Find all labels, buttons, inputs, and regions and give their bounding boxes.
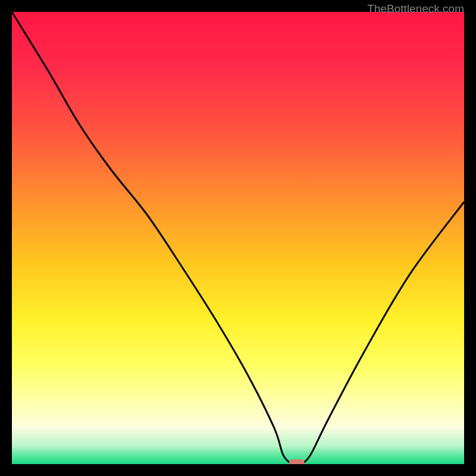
bottleneck-chart	[12, 12, 464, 464]
optimal-marker	[289, 459, 305, 464]
chart-background	[12, 12, 464, 464]
watermark-text: TheBottleneck.com	[367, 2, 464, 15]
